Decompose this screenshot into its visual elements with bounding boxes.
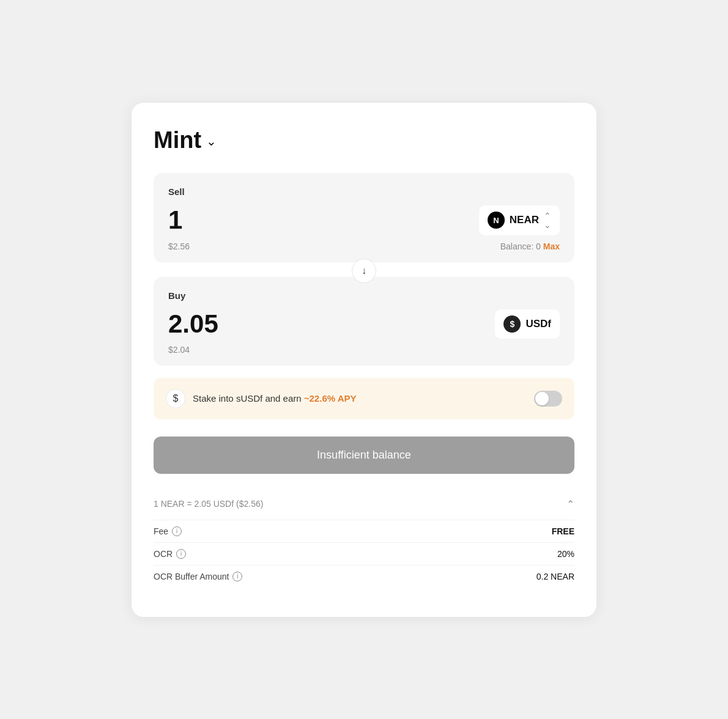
- rate-summary: 1 NEAR = 2.05 USDf ($2.56) ⌃ Fee i FREE …: [154, 498, 574, 588]
- main-card: Mint ⌄ Sell 1 N NEAR ⌃ ⌄ $2.56 Balance: …: [132, 103, 596, 617]
- buy-label: Buy: [168, 290, 560, 301]
- near-token-icon: N: [488, 212, 505, 229]
- header: Mint ⌄: [154, 127, 574, 153]
- sell-bottom-row: $2.56 Balance: 0 Max: [168, 242, 560, 251]
- fee-label: Fee i: [154, 526, 182, 536]
- sell-section: Sell 1 N NEAR ⌃ ⌄ $2.56 Balance: 0 Max: [154, 173, 574, 262]
- arrow-down-icon: ↓: [362, 265, 366, 276]
- sell-balance: Balance: 0 Max: [500, 242, 560, 251]
- ocr-info-icon[interactable]: i: [176, 549, 186, 559]
- sell-token-selector[interactable]: N NEAR ⌃ ⌄: [479, 205, 560, 235]
- stake-left: $ Stake into sUSDf and earn ~22.6% APY: [166, 389, 357, 408]
- buy-bottom-row: $2.04: [168, 345, 560, 355]
- sell-label: Sell: [168, 186, 560, 197]
- ocr-row: OCR i 20%: [154, 542, 574, 565]
- buy-token-name: USDf: [526, 318, 551, 330]
- rate-chevron-up-icon: ⌃: [566, 498, 574, 510]
- swap-arrow-divider: ↓: [154, 265, 574, 277]
- sell-token-chevron-icon: ⌃ ⌄: [544, 212, 551, 229]
- buy-section: Buy 2.05 $ USDf $2.04: [154, 277, 574, 366]
- fee-info-icon[interactable]: i: [172, 526, 182, 536]
- stake-banner: $ Stake into sUSDf and earn ~22.6% APY: [154, 378, 574, 419]
- ocr-value: 20%: [557, 549, 574, 559]
- stake-toggle[interactable]: [534, 391, 562, 407]
- swap-direction-button[interactable]: ↓: [352, 259, 376, 283]
- sell-token-name: NEAR: [510, 214, 539, 226]
- action-button[interactable]: Insufficient balance: [154, 437, 574, 474]
- buy-token-selector[interactable]: $ USDf: [495, 309, 560, 339]
- stake-apy: ~22.6% APY: [304, 393, 357, 404]
- stake-text: Stake into sUSDf and earn ~22.6% APY: [193, 393, 357, 404]
- header-chevron-down-icon[interactable]: ⌄: [206, 134, 217, 149]
- sell-amount[interactable]: 1: [168, 205, 182, 235]
- toggle-knob: [535, 392, 549, 405]
- buy-amount[interactable]: 2.05: [168, 309, 218, 339]
- page-title: Mint: [154, 127, 201, 153]
- ocr-label: OCR i: [154, 549, 186, 559]
- max-button[interactable]: Max: [543, 242, 560, 251]
- usdf-token-icon: $: [503, 315, 521, 333]
- ocr-buffer-info-icon[interactable]: i: [232, 572, 242, 581]
- sell-amount-row: 1 N NEAR ⌃ ⌄: [168, 205, 560, 235]
- buy-usd-value: $2.04: [168, 345, 190, 355]
- fee-row: Fee i FREE: [154, 520, 574, 542]
- ocr-buffer-label: OCR Buffer Amount i: [154, 572, 242, 581]
- rate-header-text: 1 NEAR = 2.05 USDf ($2.56): [154, 499, 263, 509]
- ocr-buffer-value: 0.2 NEAR: [537, 572, 574, 581]
- sell-usd-value: $2.56: [168, 242, 190, 251]
- stake-icon: $: [166, 389, 185, 408]
- rate-header[interactable]: 1 NEAR = 2.05 USDf ($2.56) ⌃: [154, 498, 574, 510]
- fee-value: FREE: [552, 526, 574, 536]
- ocr-buffer-row: OCR Buffer Amount i 0.2 NEAR: [154, 565, 574, 588]
- buy-amount-row: 2.05 $ USDf: [168, 309, 560, 339]
